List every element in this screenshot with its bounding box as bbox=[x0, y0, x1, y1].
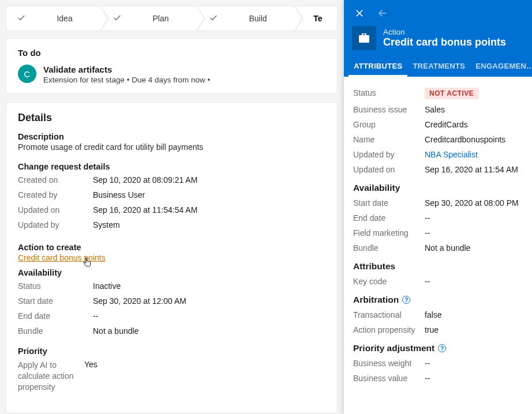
stage-idea[interactable]: Idea bbox=[6, 6, 102, 31]
panel-arbitration-heading: Arbitration ? bbox=[353, 295, 523, 305]
kv-created-by: Created by Business User bbox=[18, 187, 325, 202]
kv-key: End date bbox=[18, 311, 93, 321]
kv-key: Created on bbox=[18, 175, 93, 185]
todo-card: To do C Validate artifacts Extension for… bbox=[6, 38, 338, 94]
tab-attributes[interactable]: ATTRIBUTES bbox=[349, 56, 407, 77]
tab-engagement[interactable]: ENGAGEMEN… bbox=[470, 56, 532, 77]
panel-kind: Action bbox=[383, 28, 506, 36]
pkey: Group bbox=[353, 120, 425, 129]
pkv-bundle: Bundle Not a bundle bbox=[353, 240, 523, 255]
panel-body[interactable]: Status NOT ACTIVE Business issue Sales G… bbox=[344, 77, 532, 414]
status-badge: NOT ACTIVE bbox=[425, 88, 523, 99]
pkey: Field marketing bbox=[353, 228, 425, 238]
check-icon bbox=[17, 13, 26, 24]
stage-build[interactable]: Build bbox=[198, 6, 297, 31]
kv-val: Sep 30, 2020 at 12:00 AM bbox=[93, 296, 325, 306]
pkey: Business value bbox=[353, 374, 425, 383]
pval: false bbox=[425, 310, 523, 319]
panel-title: Credit card bonus points bbox=[383, 36, 506, 48]
back-button[interactable] bbox=[375, 6, 390, 22]
close-button[interactable] bbox=[352, 6, 367, 22]
pval: true bbox=[425, 325, 523, 334]
pkv-name: Name Creditcardbonuspoints bbox=[353, 132, 523, 147]
check-icon bbox=[113, 13, 122, 24]
pkey: Key code bbox=[353, 277, 425, 286]
pkv-updated-on: Updated on Sep 16, 2020 at 11:54 AM bbox=[353, 162, 523, 177]
pval: CreditCards bbox=[425, 120, 523, 129]
panel-availability-heading: Availability bbox=[353, 183, 523, 193]
panel-priority-adjustment-heading: Priority adjustment ? bbox=[353, 343, 523, 353]
kv-val: Sep 10, 2020 at 08:09:21 AM bbox=[93, 175, 325, 185]
todo-title: Validate artifacts bbox=[43, 65, 210, 74]
kv-key: Updated on bbox=[18, 205, 93, 214]
pkey: Updated on bbox=[353, 165, 425, 174]
pval: -- bbox=[425, 374, 523, 383]
pkey: Business weight bbox=[353, 359, 425, 368]
pkey: Transactional bbox=[353, 310, 425, 319]
pkv-business-weight: Business weight -- bbox=[353, 356, 523, 371]
pval: -- bbox=[425, 277, 523, 286]
pkv-group: Group CreditCards bbox=[353, 117, 523, 132]
pkey: Start date bbox=[353, 198, 425, 208]
updated-by-link[interactable]: NBA Specialist bbox=[425, 150, 523, 159]
kv-key: Created by bbox=[18, 190, 93, 200]
help-icon[interactable]: ? bbox=[402, 296, 410, 304]
change-request-heading: Change request details bbox=[18, 162, 325, 171]
details-title: Details bbox=[18, 112, 325, 124]
pkv-action-propensity: Action propensity true bbox=[353, 322, 523, 337]
kv-key: Updated by bbox=[18, 220, 93, 229]
help-icon[interactable]: ? bbox=[438, 344, 446, 352]
pkey: Action propensity bbox=[353, 325, 425, 334]
stage-bar: Idea Plan Build Te bbox=[6, 6, 338, 31]
pkv-transactional: Transactional false bbox=[353, 307, 523, 322]
pval: Sales bbox=[425, 105, 523, 114]
panel-header: Action Credit card bonus points bbox=[344, 0, 532, 56]
pkey: Status bbox=[353, 88, 425, 97]
pval: -- bbox=[425, 359, 523, 368]
priority-heading: Priority bbox=[18, 347, 325, 356]
pval: Not a bundle bbox=[425, 243, 523, 253]
kv-val: System bbox=[93, 220, 325, 229]
pkey: End date bbox=[353, 213, 425, 223]
tab-treatments[interactable]: TREATMENTS bbox=[407, 56, 470, 77]
briefcase-icon bbox=[352, 26, 376, 50]
stage-plan[interactable]: Plan bbox=[102, 6, 198, 31]
check-icon bbox=[209, 13, 218, 24]
pkv-key-code: Key code -- bbox=[353, 274, 523, 289]
stage-label: Idea bbox=[38, 14, 92, 23]
kv-val: Business User bbox=[93, 190, 325, 200]
pkey: Business issue bbox=[353, 105, 425, 114]
pkey: Updated by bbox=[353, 150, 425, 159]
kv-apply-ai: Apply AI to calculate action propensity … bbox=[18, 357, 325, 396]
kv-val: Yes bbox=[84, 360, 325, 393]
pval: -- bbox=[425, 228, 523, 238]
kv-updated-by: Updated by System bbox=[18, 217, 325, 232]
pval: -- bbox=[425, 213, 523, 223]
details-card: Details Description Promote usage of cre… bbox=[6, 102, 338, 413]
pkv-updated-by: Updated by NBA Specialist bbox=[353, 147, 523, 162]
kv-start-date: Start date Sep 30, 2020 at 12:00 AM bbox=[18, 293, 325, 308]
pkv-start-date: Start date Sep 30, 2020 at 08:00 PM bbox=[353, 195, 523, 210]
kv-key: Apply AI to calculate action propensity bbox=[18, 360, 84, 393]
kv-key: Bundle bbox=[18, 326, 93, 336]
kv-key: Status bbox=[18, 281, 93, 291]
pkey: Bundle bbox=[353, 243, 425, 253]
stage-label: Te bbox=[309, 14, 327, 23]
kv-end-date: End date -- bbox=[18, 308, 325, 323]
kv-val: Inactive bbox=[93, 281, 325, 291]
pval: Sep 30, 2020 at 08:00 PM bbox=[425, 198, 523, 208]
avatar: C bbox=[18, 65, 36, 83]
kv-status: Status Inactive bbox=[18, 278, 325, 293]
action-to-create-heading: Action to create bbox=[18, 243, 325, 252]
pkv-business-issue: Business issue Sales bbox=[353, 102, 523, 117]
pkv-status: Status NOT ACTIVE bbox=[353, 85, 523, 102]
close-icon bbox=[354, 8, 365, 20]
kv-created-on: Created on Sep 10, 2020 at 08:09:21 AM bbox=[18, 172, 325, 187]
panel-tabs: ATTRIBUTES TREATMENTS ENGAGEMEN… bbox=[344, 56, 532, 77]
description-heading: Description bbox=[18, 132, 325, 141]
arrow-left-icon bbox=[377, 8, 388, 20]
todo-item[interactable]: C Validate artifacts Extension for test … bbox=[18, 65, 325, 84]
pkv-end-date: End date -- bbox=[353, 210, 523, 225]
action-link[interactable]: Credit card bonus points bbox=[18, 253, 106, 262]
pkey: Name bbox=[353, 135, 425, 144]
